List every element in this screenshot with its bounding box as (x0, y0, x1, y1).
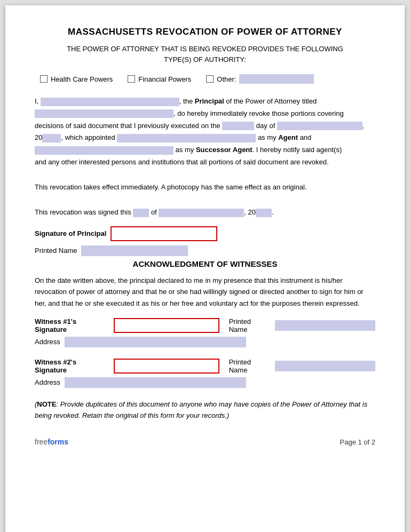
witness1-address-row: Address (35, 337, 375, 347)
document-subtitle: THE POWER OF ATTORNEY THAT IS BEING REVO… (35, 44, 375, 65)
month-year-field[interactable] (277, 122, 362, 130)
signing-section: This revocation was signed this of , 20. (35, 206, 375, 218)
witness2-printed-name-box[interactable] (275, 361, 375, 371)
freeforms-logo: freeforms (35, 438, 68, 446)
page-number: Page 1 of 2 (340, 438, 376, 446)
successor-bold: Successor Agent (196, 146, 253, 154)
acknowledgment-title: ACKNOWLEDGMENT OF WITNESSES (35, 259, 375, 268)
witness2-sig-row: Witness #2's Signature Printed Name (35, 358, 375, 374)
principal-printed-name-box[interactable] (81, 245, 188, 256)
subtitle-line2: TYPE(S) OF AUTHORITY: (164, 55, 246, 63)
signing-year-field[interactable] (256, 209, 272, 217)
acknowledgment-body: On the date written above, the principal… (35, 275, 375, 309)
revocation-statement: This revocation takes effect immediately… (35, 183, 306, 191)
principal-name-field[interactable] (41, 98, 179, 106)
note-text: : Provide duplicates of this document to… (35, 400, 367, 419)
body-line1-start: I, (35, 97, 38, 105)
agent-bold: Agent (278, 133, 298, 141)
witness2-sig-label: Witness #2's Signature (35, 358, 109, 374)
witness1-printed-label: Printed Name (229, 317, 271, 334)
principal-printed-name-row: Printed Name (35, 245, 375, 256)
witness1-block: Witness #1's Signature Printed Name Addr… (35, 317, 375, 347)
principal-bold: Principal (195, 97, 224, 105)
witness2-printed-label: Printed Name (229, 358, 271, 374)
logo-forms: forms (48, 438, 68, 446)
witness1-signature-box[interactable] (114, 318, 219, 333)
subtitle-line1: THE POWER OF ATTORNEY THAT IS BEING REVO… (67, 45, 343, 53)
poa-title-field[interactable] (35, 109, 174, 118)
witness2-address-label: Address (35, 378, 60, 386)
note-section: (NOTE: Provide duplicates of this docume… (35, 399, 375, 422)
witness2-signature-box[interactable] (114, 359, 219, 374)
financial-label: Financial Powers (138, 75, 191, 83)
year-field[interactable] (42, 134, 61, 142)
health-care-checkbox-item[interactable]: Health Care Powers (40, 75, 113, 83)
health-care-checkbox[interactable] (40, 75, 48, 83)
principal-signature-box[interactable] (111, 226, 217, 241)
note-bold: NOTE (37, 400, 56, 408)
other-input-field[interactable] (239, 74, 314, 84)
successor-agent-field[interactable] (35, 146, 174, 155)
witness2-block: Witness #2's Signature Printed Name Addr… (35, 358, 375, 388)
witness1-sig-label: Witness #1's Signature (35, 317, 109, 334)
authority-type-row: Health Care Powers Financial Powers Othe… (35, 74, 375, 84)
other-checkbox-item[interactable]: Other: (206, 74, 314, 84)
witness1-printed-name-box[interactable] (275, 320, 375, 331)
day-field[interactable] (222, 122, 254, 130)
signing-month-field[interactable] (159, 209, 244, 217)
witness1-address-box[interactable] (65, 337, 246, 347)
witness1-sig-row: Witness #1's Signature Printed Name (35, 317, 375, 334)
financial-checkbox-item[interactable]: Financial Powers (128, 75, 191, 83)
footer: freeforms Page 1 of 2 (35, 438, 375, 446)
financial-checkbox[interactable] (128, 75, 135, 83)
witness2-address-box[interactable] (65, 377, 246, 388)
other-checkbox[interactable] (206, 75, 214, 83)
principal-signature-row: Signature of Principal (35, 226, 375, 241)
health-care-label: Health Care Powers (51, 75, 113, 83)
document-title: MASSACHUSETTS REVOCATION OF POWER OF ATT… (35, 27, 375, 37)
body-paragraph: I, , the Principal of the Power of Attor… (35, 96, 375, 169)
document-page: MASSACHUSETTS REVOCATION OF POWER OF ATT… (5, 5, 405, 532)
revocation-text: This revocation takes effect immediately… (35, 181, 375, 194)
signing-day-field[interactable] (133, 209, 149, 217)
witness2-address-row: Address (35, 377, 375, 388)
other-label: Other: (217, 75, 236, 83)
witness1-address-label: Address (35, 338, 60, 346)
logo-free: free (35, 438, 48, 446)
principal-sig-label: Signature of Principal (35, 229, 106, 237)
principal-printed-label: Printed Name (35, 247, 77, 255)
agent-name-field[interactable] (117, 134, 256, 142)
